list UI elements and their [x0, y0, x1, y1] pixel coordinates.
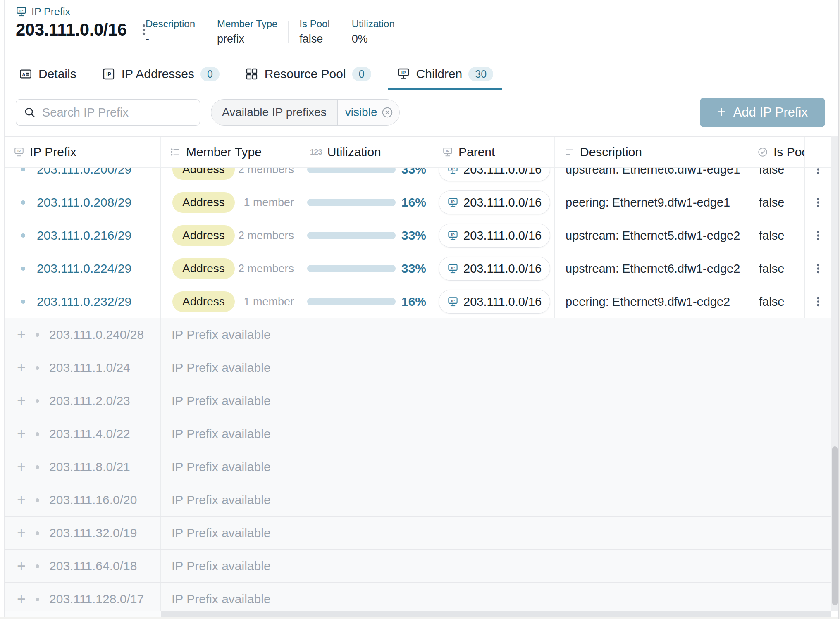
table-row: 203.111.0.232/29 Address1 member 16% IP2… [5, 285, 831, 318]
row-kebab-menu-icon[interactable] [816, 168, 821, 176]
is-pool-cell: false [748, 252, 805, 285]
prefix-link[interactable]: 203.111.0.224/29 [37, 262, 131, 276]
prefix-link[interactable]: 203.111.0.216/29 [37, 229, 131, 243]
utilization-percent: 33% [401, 262, 426, 276]
children-table: IP IP Prefix Member Type 123 Utilization [5, 136, 831, 611]
prefix-link[interactable]: 203.111.0.200/29 [37, 168, 131, 176]
available-prefix-row: +203.111.1.0/24 IP Prefix available [5, 351, 831, 384]
column-header-utilization[interactable]: 123 Utilization [301, 137, 433, 167]
expand-plus-icon[interactable]: + [17, 559, 26, 574]
ip-prefix-page: IP IP Prefix 203.111.0.0/16 Description … [0, 0, 840, 619]
breadcrumb-label: IP Prefix [31, 6, 70, 18]
member-type-chip: Address [172, 291, 235, 312]
horizontal-scrollbar-track[interactable] [161, 611, 831, 617]
row-kebab-menu-icon[interactable] [816, 295, 821, 308]
text-lines-icon [564, 147, 575, 157]
utilization-percent: 33% [401, 168, 426, 176]
svg-text:IP: IP [451, 168, 455, 171]
tab-resource-pool[interactable]: Resource Pool 0 [236, 58, 380, 90]
member-count: 1 member [243, 196, 294, 209]
add-ip-prefix-button[interactable]: + Add IP Prefix [700, 98, 825, 127]
expand-plus-icon[interactable]: + [17, 393, 26, 408]
status-dot [36, 598, 39, 601]
prefix-link[interactable]: 203.111.0.232/29 [37, 295, 131, 309]
ip-prefix-icon: IP [447, 296, 458, 307]
expand-plus-icon[interactable]: + [17, 459, 26, 474]
breadcrumb[interactable]: IP IP Prefix [16, 6, 70, 18]
expand-plus-icon[interactable]: + [17, 360, 26, 375]
search-box[interactable] [16, 99, 200, 126]
status-dot [36, 333, 39, 337]
row-kebab-menu-icon[interactable] [816, 229, 821, 242]
grid-icon [245, 67, 258, 81]
available-status: IP Prefix available [161, 417, 831, 450]
column-header-description[interactable]: Description [555, 137, 748, 167]
utilization-percent: 16% [401, 195, 426, 210]
expand-plus-icon[interactable]: + [17, 592, 26, 607]
column-header-ip-prefix[interactable]: IP IP Prefix [5, 137, 161, 167]
ip-square-icon: IP [102, 67, 115, 81]
ip-prefix-icon: IP [447, 168, 458, 175]
utilization-bar [307, 199, 396, 206]
description-cell: peering: Ethernet9.dfw1-edge1 [555, 186, 748, 219]
search-input[interactable] [42, 106, 192, 119]
status-dot [36, 432, 39, 436]
ip-prefix-icon: IP [442, 147, 453, 157]
row-kebab-menu-icon[interactable] [816, 196, 821, 209]
description-cell: peering: Ethernet9.dfw1-edge2 [555, 285, 748, 318]
parent-link-pill[interactable]: IP203.111.0.0/16 [439, 290, 550, 314]
tab-details[interactable]: A Details [10, 58, 86, 90]
member-count: 2 members [238, 168, 294, 176]
column-header-parent[interactable]: IP Parent [433, 137, 555, 167]
svg-text:IP: IP [106, 71, 111, 77]
tab-bar: A Details IP IP Addresses 0 [10, 58, 838, 90]
tab-badge: 0 [352, 67, 371, 81]
tab-ip-addresses[interactable]: IP IP Addresses 0 [93, 58, 229, 90]
expand-plus-icon[interactable]: + [17, 426, 26, 441]
available-prefix-row: +203.111.16.0/20 IP Prefix available [5, 483, 831, 517]
summary-bar: Description - Member Type prefix Is Pool… [146, 18, 406, 45]
member-count: 2 members [238, 229, 294, 242]
expand-plus-icon[interactable]: + [17, 493, 26, 507]
parent-link-pill[interactable]: IP203.111.0.0/16 [439, 257, 550, 281]
member-type-chip: Address [172, 225, 235, 246]
svg-text:IP: IP [451, 233, 455, 237]
column-header-member-type[interactable]: Member Type [161, 137, 301, 167]
member-type-chip: Address [172, 258, 235, 279]
parent-link-pill[interactable]: IP203.111.0.0/16 [439, 168, 550, 181]
svg-text:IP: IP [401, 70, 405, 75]
is-pool-cell: false [748, 168, 805, 186]
is-pool-cell: false [748, 219, 805, 252]
toolbar: Available IP prefixes visible + Add IP P… [16, 98, 825, 127]
prefix-link[interactable]: 203.111.0.208/29 [37, 195, 131, 210]
expand-plus-icon[interactable]: + [17, 526, 26, 540]
title-row: 203.111.0.0/16 [16, 20, 149, 40]
vertical-scrollbar-thumb[interactable] [832, 446, 838, 605]
utilization-bar [307, 265, 396, 272]
available-status: IP Prefix available [161, 583, 831, 611]
expand-plus-icon[interactable]: + [17, 327, 26, 342]
member-type-chip: Address [172, 168, 235, 180]
ip-prefix-icon: IP [16, 6, 27, 17]
available-status: IP Prefix available [161, 550, 831, 583]
ip-prefix-icon: IP [397, 67, 410, 81]
parent-link-pill[interactable]: IP203.111.0.0/16 [439, 190, 550, 214]
ip-prefix-icon: IP [447, 230, 458, 241]
available-status: IP Prefix available [161, 351, 831, 384]
is-pool-cell: false [748, 285, 805, 318]
utilization-bar [307, 298, 396, 305]
status-dot [21, 233, 25, 238]
available-prefix-row: +203.111.2.0/23 IP Prefix available [5, 384, 831, 417]
column-header-is-pool[interactable]: Is Pool [748, 137, 805, 167]
remove-filter-icon[interactable] [381, 106, 394, 119]
member-count: 2 members [238, 262, 294, 275]
available-prefix-row: +203.111.64.0/18 IP Prefix available [5, 550, 831, 583]
available-prefix-row: +203.111.128.0/17 IP Prefix available [5, 583, 831, 611]
available-prefix-row: +203.111.32.0/19 IP Prefix available [5, 517, 831, 550]
filter-chip-available-prefixes[interactable]: Available IP prefixes visible [211, 99, 400, 126]
plus-icon: + [717, 105, 726, 119]
row-kebab-menu-icon[interactable] [816, 262, 821, 275]
status-dot [36, 564, 39, 568]
tab-children[interactable]: IP Children 30 [388, 58, 503, 90]
parent-link-pill[interactable]: IP203.111.0.0/16 [439, 224, 550, 248]
